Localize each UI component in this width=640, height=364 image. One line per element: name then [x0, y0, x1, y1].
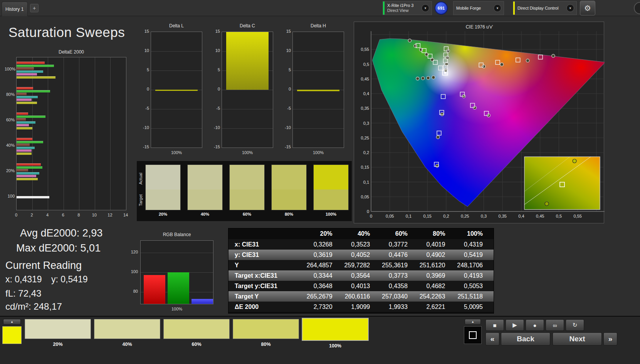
patch-button-40%[interactable]: 40%: [94, 318, 160, 356]
y-tick-label: -10: [212, 125, 220, 130]
add-tab-button[interactable]: +: [30, 4, 39, 12]
chevron-down-icon: ▼: [569, 7, 572, 10]
expand-right-button[interactable]: ▲: [465, 319, 481, 325]
rgb-category: 100%: [140, 307, 213, 311]
history-tab[interactable]: History 1: [2, 2, 28, 16]
back-button[interactable]: Back: [501, 332, 550, 346]
patch-button-100%[interactable]: 100%: [302, 318, 368, 356]
de2000-bar: [17, 141, 43, 143]
delta-c-panel: Delta C 100% 151050-5-10-15: [212, 22, 278, 158]
gridline: [293, 109, 344, 109]
measure-button[interactable]: ●: [526, 319, 544, 331]
actual-color: [230, 165, 264, 190]
meter-dropdown[interactable]: ▼: [422, 4, 429, 12]
y-tick-label: 100: [129, 269, 138, 274]
next-chevron-button[interactable]: »: [603, 332, 617, 346]
measured-point: [526, 59, 529, 62]
swatch-label: 80%: [271, 212, 307, 216]
table-row: y: CIE310,36190,40520,44760,49020,5419: [228, 250, 494, 260]
source-selector[interactable]: Mobile Forge ▼: [453, 1, 504, 15]
stop-button[interactable]: ■: [485, 319, 504, 331]
rgb-panel: RGB Balance 100% 12010080: [127, 231, 221, 314]
display-control-dropdown[interactable]: ▼: [566, 4, 574, 12]
column-header: 20%: [306, 230, 343, 237]
gridline: [79, 57, 79, 210]
next-button[interactable]: Next: [553, 332, 602, 346]
gridline: [293, 70, 344, 71]
measured-point: [414, 44, 417, 47]
de2000-bar: [17, 127, 32, 129]
table-cell: 260,6116: [343, 293, 381, 300]
de2000-bar: [17, 96, 38, 98]
display-control-selector[interactable]: Direct Display Control ▼: [513, 1, 577, 15]
delta-c-category: 100%: [222, 150, 273, 155]
source-dropdown[interactable]: ▼: [494, 4, 501, 12]
y-tick-label: 0: [367, 209, 369, 214]
de2000-bar: [17, 196, 49, 198]
next-button-label: Next: [569, 335, 585, 343]
gridline: [151, 70, 202, 71]
de2000-chart-title: DeltaE 2000: [16, 49, 126, 55]
patch-swatch: [94, 319, 160, 339]
x-tick-label: 0,05: [386, 214, 394, 218]
y-tick-label: -10: [282, 125, 291, 130]
chevron-down-icon: ▼: [496, 7, 499, 10]
x-tick-label: 0,25: [461, 214, 469, 218]
pattern-window-button[interactable]: [464, 326, 482, 344]
y-tick-label: -15: [282, 144, 291, 149]
table-cell: 0,3969: [418, 272, 456, 279]
table-cell: 0,3268: [306, 241, 343, 248]
current-cdm2-readout: cd/m²: 248,17: [5, 301, 62, 312]
gridline: [293, 128, 344, 129]
transport-controls: ■▶●∞↻: [485, 319, 584, 331]
x-tick-label: 12: [105, 213, 114, 217]
cie-svg: 000,050,050,10,10,150,150,20,20,250,250,…: [354, 30, 605, 223]
back-button-label: Back: [517, 335, 534, 343]
x-tick-label: 8: [74, 213, 83, 217]
gridline: [222, 128, 273, 129]
expand-left-button[interactable]: ▲: [3, 319, 21, 325]
de2000-bar: [17, 144, 30, 146]
meter-selector[interactable]: X-Rite i1Pro 3 Direct View ▼: [383, 1, 432, 15]
patch-button-60%[interactable]: 60%: [163, 318, 230, 356]
zoom-inset: [524, 157, 600, 210]
settings-button[interactable]: ⚙: [580, 1, 595, 15]
continuous-button[interactable]: ∞: [546, 319, 564, 331]
table-cell: 0,4052: [343, 252, 381, 258]
table-cell: 265,2679: [306, 293, 343, 300]
rgb-chart-title: RGB Balance: [140, 232, 213, 237]
patch-label: 20%: [25, 342, 91, 347]
meter-name: X-Rite i1Pro 3: [387, 3, 422, 8]
loop-button[interactable]: ↻: [566, 319, 584, 331]
patch-button-80%[interactable]: 80%: [233, 318, 299, 356]
x-tick-label: 0,1: [406, 214, 412, 218]
gridline: [95, 57, 95, 210]
y-tick-label: 0,05: [361, 195, 369, 199]
swatch-label: 40%: [187, 212, 223, 216]
table-cell: 1,9099: [343, 304, 381, 310]
y-tick-label: 5: [282, 67, 291, 72]
de2000-bar: [17, 112, 28, 115]
y-tick-label: 0,2: [363, 150, 369, 155]
table-row: Y264,4857259,7282255,3619251,6120248,170…: [228, 260, 494, 270]
x-tick-label: 0,2: [443, 214, 449, 218]
gridline: [110, 57, 111, 210]
top-bar: History 1 + X-Rite i1Pro 3 Direct View ▼…: [0, 0, 640, 16]
table-row: ΔE 20002,73201,90991,99332,62215,0095: [228, 302, 494, 312]
table-cell: 0,4013: [343, 283, 381, 290]
delta-c-bar: [226, 32, 269, 90]
row-label: Target y:CIE31: [228, 283, 306, 290]
patch-button-20%[interactable]: 20%: [25, 318, 91, 356]
de2000-bar: [17, 67, 34, 70]
cie-chart-title: CIE 1976 u'v': [354, 24, 605, 30]
current-x-readout: x: 0,4319: [5, 274, 42, 285]
back-chevron-button[interactable]: «: [485, 332, 499, 346]
meter-count-badge[interactable]: 691: [435, 2, 448, 15]
de2000-plot: [16, 57, 126, 210]
stop-icon: ■: [493, 322, 496, 329]
chevron-up-icon: ▲: [10, 320, 13, 324]
play-button[interactable]: ▶: [506, 319, 524, 331]
app-status-button[interactable]: [634, 2, 640, 14]
de2000-bar: [17, 138, 32, 140]
table-cell: 0,3619: [306, 252, 343, 258]
